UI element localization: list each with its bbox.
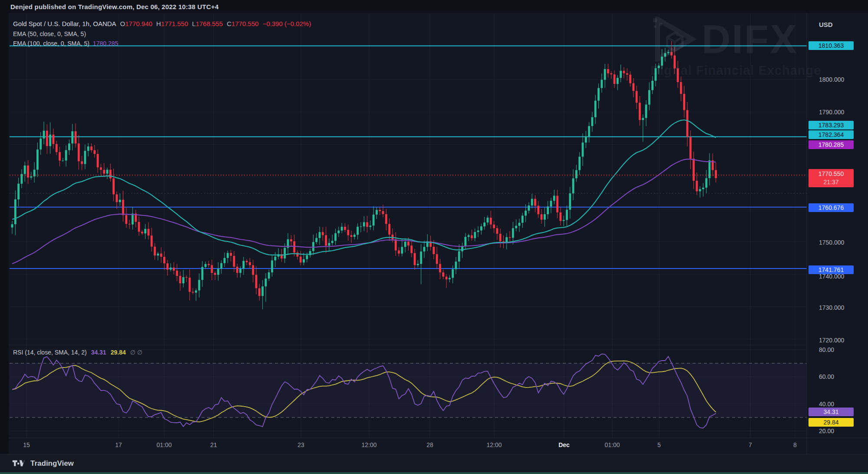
time-axis[interactable]	[9, 438, 807, 454]
tradingview-logo-icon[interactable]	[12, 459, 25, 468]
symbol-legend-row[interactable]: Gold Spot / U.S. Dollar, 1h, OANDAO1770.…	[13, 19, 311, 29]
price-axis[interactable]	[807, 13, 868, 438]
footer-brand[interactable]: TradingView	[30, 459, 74, 468]
chart-canvas[interactable]	[0, 0, 868, 474]
ema100-legend-row[interactable]: EMA (100, close, 0, SMA, 5)1780.285	[13, 39, 118, 48]
rsi-legend-row[interactable]: RSI (14, close, SMA, 14, 2)34.3129.84∅ ∅	[13, 348, 142, 357]
publish-header: Denjed published on TradingView.com, Dec…	[10, 3, 218, 10]
publish-text: Denjed published on TradingView.com, Dec…	[10, 3, 218, 10]
tradingview-chart-screenshot: Denjed published on TradingView.com, Dec…	[0, 0, 868, 474]
ema50-legend-row[interactable]: EMA (50, close, 0, SMA, 5)	[13, 29, 86, 39]
bottom-accent-line	[0, 472, 868, 474]
footer-bar: TradingView	[0, 454, 868, 473]
